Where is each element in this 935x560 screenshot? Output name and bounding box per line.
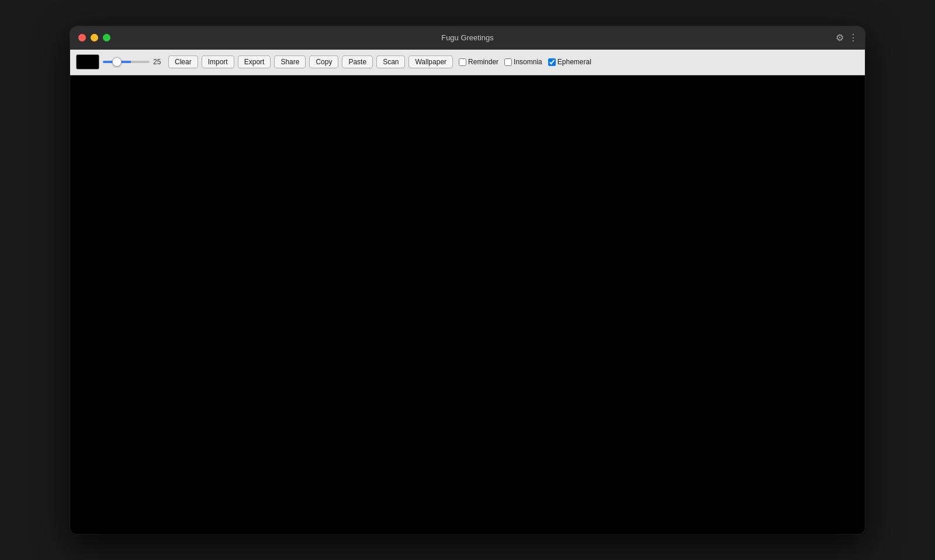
slider-container: 25: [103, 58, 165, 66]
checkbox-group: Reminder Insomnia Ephemeral: [459, 58, 591, 66]
import-button[interactable]: Import: [202, 55, 234, 68]
paste-button[interactable]: Paste: [342, 55, 373, 68]
copy-button[interactable]: Copy: [309, 55, 338, 68]
window-title: Fugu Greetings: [441, 33, 494, 42]
more-icon[interactable]: ⋮: [849, 32, 858, 43]
scan-button[interactable]: Scan: [376, 55, 405, 68]
puzzle-icon[interactable]: ⚙: [836, 32, 844, 43]
slider-value: 25: [153, 58, 165, 66]
ephemeral-checkbox[interactable]: [548, 58, 556, 66]
ephemeral-label[interactable]: Ephemeral: [548, 58, 591, 66]
reminder-label[interactable]: Reminder: [459, 58, 498, 66]
share-button[interactable]: Share: [274, 55, 306, 68]
canvas-area[interactable]: [70, 75, 865, 534]
ephemeral-text: Ephemeral: [557, 58, 591, 66]
toolbar: 25 Clear Import Export Share Copy Paste …: [70, 50, 865, 75]
reminder-text: Reminder: [468, 58, 498, 66]
clear-button[interactable]: Clear: [168, 55, 198, 68]
reminder-checkbox[interactable]: [459, 58, 466, 66]
titlebar-actions: ⚙ ⋮: [836, 32, 858, 43]
insomnia-label[interactable]: Insomnia: [504, 58, 542, 66]
insomnia-checkbox[interactable]: [504, 58, 512, 66]
export-button[interactable]: Export: [238, 55, 271, 68]
color-swatch[interactable]: [76, 54, 99, 69]
app-window: Fugu Greetings ⚙ ⋮ 25 Clear Import Expor…: [70, 26, 865, 534]
maximize-button[interactable]: [103, 34, 110, 41]
size-slider[interactable]: [103, 61, 150, 63]
wallpaper-button[interactable]: Wallpaper: [408, 55, 453, 68]
minimize-button[interactable]: [91, 34, 98, 41]
insomnia-text: Insomnia: [514, 58, 542, 66]
titlebar: Fugu Greetings ⚙ ⋮: [70, 26, 865, 50]
close-button[interactable]: [78, 34, 86, 41]
traffic-lights: [78, 34, 110, 41]
